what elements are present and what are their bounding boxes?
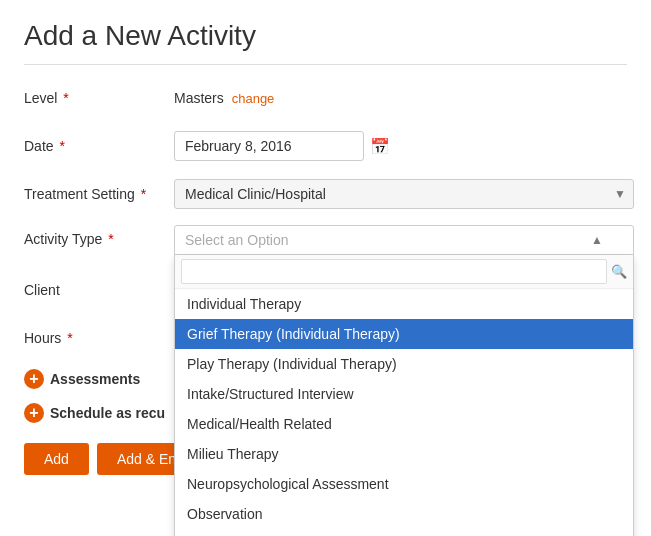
dropdown-options-list: Individual TherapyGrief Therapy (Individ… — [175, 289, 633, 536]
activity-type-container: Select an Option ▲ 🔍 Individual TherapyG… — [174, 225, 634, 255]
dropdown-option[interactable]: Grief Therapy (Individual Therapy) — [175, 319, 633, 349]
treatment-setting-wrapper: Medical Clinic/Hospital ▼ — [174, 179, 634, 209]
treatment-setting-label: Treatment Setting * — [24, 186, 174, 202]
hours-label: Hours * — [24, 330, 174, 346]
dropdown-option[interactable]: Intake/Structured Interview — [175, 379, 633, 409]
date-label: Date * — [24, 138, 174, 154]
schedule-plus-icon: + — [24, 403, 44, 423]
treatment-setting-container: Medical Clinic/Hospital ▼ — [174, 179, 634, 209]
activity-type-wrapper: Select an Option ▲ 🔍 Individual TherapyG… — [174, 225, 634, 255]
activity-type-trigger[interactable]: Select an Option ▲ — [174, 225, 634, 255]
treatment-setting-row: Treatment Setting * Medical Clinic/Hospi… — [24, 177, 627, 211]
activity-type-label: Activity Type * — [24, 231, 174, 247]
level-row: Level * Masters change — [24, 81, 627, 115]
dropdown-option[interactable]: Neuropsychological Assessment — [175, 469, 633, 499]
date-input-wrapper: 📅 — [174, 131, 634, 161]
calendar-icon: 📅 — [370, 138, 390, 155]
level-required-star: * — [63, 90, 68, 106]
date-required-star: * — [59, 138, 64, 154]
add-button[interactable]: Add — [24, 443, 89, 475]
activity-type-placeholder: Select an Option — [185, 232, 289, 248]
dropdown-option[interactable]: Outcome Assessment of Programs or Projec… — [175, 529, 633, 536]
date-row: Date * 📅 — [24, 129, 627, 163]
dropdown-option[interactable]: Milieu Therapy — [175, 439, 633, 469]
level-label: Level * — [24, 90, 174, 106]
search-icon: 🔍 — [611, 264, 627, 279]
dropdown-option[interactable]: Individual Therapy — [175, 289, 633, 319]
assessments-label: Assessments — [50, 371, 140, 387]
schedule-label: Schedule as recu — [50, 405, 165, 421]
activity-type-up-arrow-icon: ▲ — [591, 233, 603, 247]
activity-type-dropdown: 🔍 Individual TherapyGrief Therapy (Indiv… — [174, 255, 634, 536]
level-change-link[interactable]: change — [232, 91, 275, 106]
hours-required-star: * — [67, 330, 72, 346]
dropdown-option[interactable]: Play Therapy (Individual Therapy) — [175, 349, 633, 379]
date-field-container: 📅 — [174, 131, 634, 161]
date-input[interactable] — [174, 131, 364, 161]
activity-type-row: Activity Type * Select an Option ▲ 🔍 — [24, 225, 627, 259]
schedule-add-button[interactable]: + Schedule as recu — [24, 403, 165, 423]
client-label: Client — [24, 282, 174, 298]
dropdown-search-input[interactable] — [181, 259, 607, 284]
assessments-add-button[interactable]: + Assessments — [24, 369, 140, 389]
activity-required-star: * — [108, 231, 113, 247]
level-value-container: Masters change — [174, 90, 627, 106]
page-title: Add a New Activity — [24, 20, 627, 65]
assessments-plus-icon: + — [24, 369, 44, 389]
dropdown-search-row: 🔍 — [175, 255, 633, 289]
calendar-button[interactable]: 📅 — [370, 137, 390, 156]
level-value: Masters — [174, 90, 224, 106]
dropdown-option[interactable]: Medical/Health Related — [175, 409, 633, 439]
activity-form: Level * Masters change Date * 📅 — [24, 81, 627, 475]
treatment-required-star: * — [141, 186, 146, 202]
treatment-setting-select[interactable]: Medical Clinic/Hospital — [174, 179, 634, 209]
dropdown-option[interactable]: Observation — [175, 499, 633, 529]
